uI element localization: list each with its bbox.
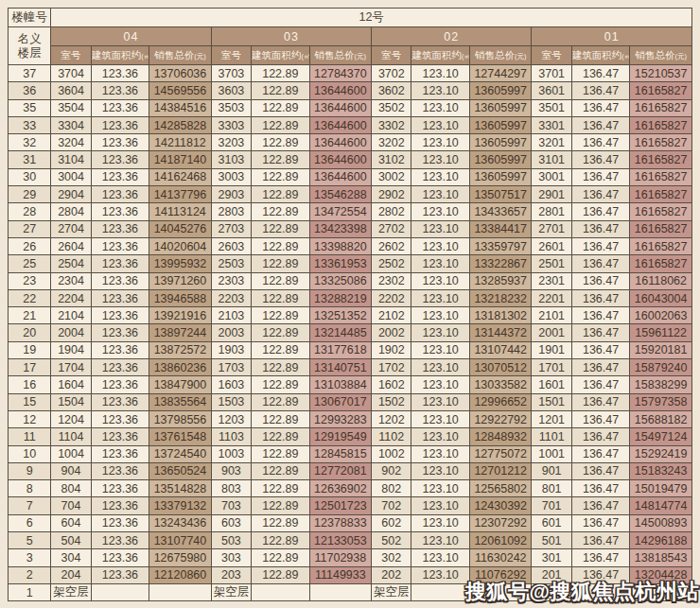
table-row: 7704123.3613379132703122.891250172370212… [9,497,692,514]
area-cell: 136.47 [571,82,630,99]
price-cell: 16165827 [630,168,692,185]
price-cell: 14020604 [149,237,212,254]
col-header-price-04: 销售总价(元) [149,46,212,65]
building-number-value: 12号 [51,9,692,27]
room-cell: 602 [372,514,411,531]
area-cell: 122.89 [252,220,310,237]
col-header-price-02-unit: (元) [515,52,527,61]
price-cell: 12133053 [309,532,372,549]
room-cell: 2004 [51,324,91,341]
room-cell: 302 [372,549,411,566]
price-cell: 16165827 [630,220,692,237]
room-cell: 2502 [372,255,411,272]
price-cell: 13644600 [309,151,372,168]
table-row: 121204123.36137985561203122.891299328312… [9,410,692,427]
price-cell: 13379132 [149,497,212,514]
price-cell: 13605997 [469,151,532,168]
floor-cell: 21 [9,307,51,324]
table-row: 202004123.36138972442003122.891321448520… [9,324,692,341]
price-cell: 13971260 [149,272,212,289]
room-cell: 1504 [51,393,91,410]
price-cell: 16043004 [630,289,692,306]
area-cell: 122.89 [252,393,310,410]
price-cell: 13140751 [309,359,372,376]
floor-cell: 33 [9,116,51,133]
col-header-area-03: 建筑面积约(㎡) [252,46,310,65]
room-cell: 2302 [372,272,411,289]
area-cell: 122.89 [252,324,310,341]
price-cell: 13144372 [469,324,532,341]
price-cell: 14113124 [149,203,212,220]
room-cell: 3304 [51,116,91,133]
col-header-room-01: 室号 [532,46,571,65]
watermark-sohu: 搜狐号@搜狐焦点杭州站 [465,578,699,606]
area-cell: 123.36 [91,532,149,549]
price-cell: 13546288 [309,186,372,203]
building-number-label: 楼幢号 [9,9,51,27]
area-cell: 136.47 [571,134,630,151]
room-cell: 1102 [372,428,411,445]
area-cell: 122.89 [252,428,310,445]
room-cell: 架空层 [211,583,251,600]
col-header-price-04-label: 销售总价 [154,49,194,61]
col-header-area-03-label: 建筑面积约 [252,49,302,61]
area-cell: 123.36 [91,99,149,116]
floor-cell: 32 [9,134,51,151]
price-cell: 13243436 [149,514,212,531]
table-row: 333304123.36142858283303122.891364460033… [9,116,692,133]
building-row: 楼幢号 12号 [9,9,692,27]
price-cell: 13472554 [309,203,372,220]
room-cell: 802 [372,480,411,497]
table-row: 212104123.36139219162103122.891325135221… [9,307,692,324]
area-cell: 136.47 [571,514,630,531]
unit-header-02: 02 [372,27,532,46]
room-cell: 2902 [372,186,411,203]
col-header-room-01-label: 室号 [542,49,562,61]
price-cell: 14500893 [630,514,692,531]
price-cell: 12501723 [309,497,372,514]
room-cell: 502 [372,532,411,549]
floor-cell: 29 [9,186,51,203]
room-cell: 3501 [532,99,571,116]
room-cell: 3602 [372,82,411,99]
price-cell: 16165827 [630,99,692,116]
col-header-room-02-label: 室号 [381,49,401,61]
room-cell: 2603 [211,237,251,254]
table-row: 151504123.36138355641503122.891306701715… [9,393,692,410]
room-cell: 1003 [211,445,251,462]
area-cell: 136.47 [571,324,630,341]
room-cell: 1701 [532,359,571,376]
area-cell: 136.47 [571,168,630,185]
room-cell: 3203 [211,134,251,151]
room-cell: 2102 [372,307,411,324]
price-cell: 13872572 [149,341,212,358]
table-row: 363604123.36145695563603122.891364460036… [9,82,692,99]
col-header-area-04-label: 建筑面积约 [92,49,142,61]
room-cell: 架空层 [51,583,91,600]
room-cell: 2203 [211,289,251,306]
room-cell: 2202 [372,289,411,306]
area-cell: 123.10 [411,289,470,306]
table-row: 353504123.36143845163503122.891364460035… [9,99,692,116]
col-header-price-01-unit: (元) [674,52,687,61]
area-cell: 123.10 [411,514,470,531]
col-header-price-03: 销售总价(元) [309,46,372,65]
room-cell: 1202 [372,410,411,427]
area-cell: 123.10 [411,549,470,566]
room-cell: 301 [532,549,571,566]
room-cell: 804 [51,480,91,497]
table-row: 323204123.36142118123203122.891364460032… [9,134,692,151]
area-cell: 123.36 [91,549,149,566]
floor-cell: 2 [9,566,51,583]
area-cell: 122.89 [252,255,310,272]
table-row: 292904123.36141377962903122.891354628829… [9,186,692,203]
price-cell: 13214485 [309,324,372,341]
room-cell: 901 [532,462,571,479]
area-cell: 122.89 [252,168,310,185]
area-cell: 123.36 [91,480,149,497]
area-cell: 123.36 [91,514,149,531]
area-cell: 123.10 [411,410,470,427]
area-cell: 122.89 [252,445,310,462]
area-cell: 136.47 [571,255,630,272]
price-cell: 16118062 [630,272,692,289]
